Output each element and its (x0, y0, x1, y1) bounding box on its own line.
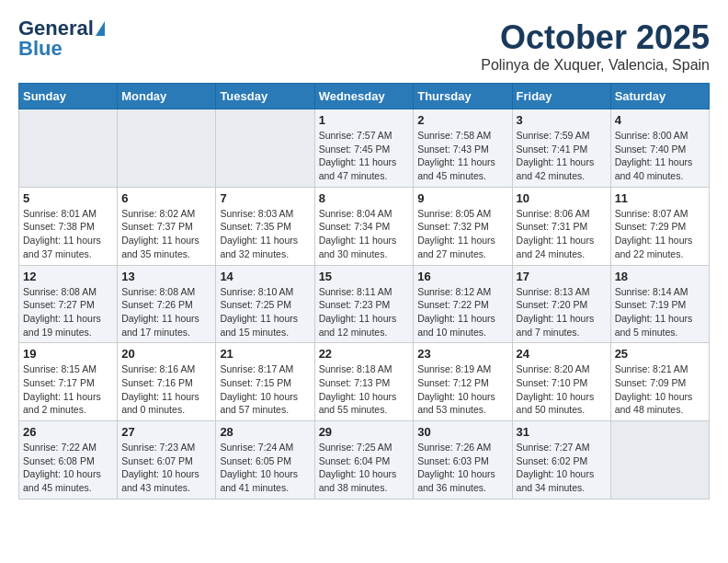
day-info: Sunrise: 7:27 AM Sunset: 6:02 PM Dayligh… (517, 441, 607, 495)
calendar-week-row: 19Sunrise: 8:15 AM Sunset: 7:17 PM Dayli… (19, 343, 710, 421)
calendar-cell: 31Sunrise: 7:27 AM Sunset: 6:02 PM Dayli… (512, 421, 610, 500)
day-info: Sunrise: 7:22 AM Sunset: 6:08 PM Dayligh… (23, 441, 113, 495)
day-number: 29 (319, 425, 410, 439)
day-number: 26 (23, 425, 113, 439)
day-number: 19 (23, 347, 113, 361)
calendar-cell: 15Sunrise: 8:11 AM Sunset: 7:23 PM Dayli… (314, 265, 414, 343)
title-block: October 2025 Polinya de Xuquer, Valencia… (481, 18, 710, 74)
day-number: 1 (319, 113, 410, 127)
day-info: Sunrise: 8:03 AM Sunset: 7:35 PM Dayligh… (220, 207, 310, 261)
calendar-header-row: SundayMondayTuesdayWednesdayThursdayFrid… (19, 84, 710, 109)
calendar-cell: 14Sunrise: 8:10 AM Sunset: 7:25 PM Dayli… (216, 265, 314, 343)
calendar-cell: 10Sunrise: 8:06 AM Sunset: 7:31 PM Dayli… (512, 187, 610, 265)
calendar-cell: 2Sunrise: 7:58 AM Sunset: 7:43 PM Daylig… (414, 109, 512, 188)
day-info: Sunrise: 7:24 AM Sunset: 6:05 PM Dayligh… (220, 441, 310, 495)
calendar-cell: 17Sunrise: 8:13 AM Sunset: 7:20 PM Dayli… (512, 265, 610, 343)
column-header-tuesday: Tuesday (216, 84, 314, 109)
calendar-cell (610, 421, 709, 500)
calendar-cell: 11Sunrise: 8:07 AM Sunset: 7:29 PM Dayli… (610, 187, 709, 265)
day-info: Sunrise: 8:02 AM Sunset: 7:37 PM Dayligh… (121, 207, 211, 261)
day-number: 22 (319, 347, 410, 361)
day-number: 10 (517, 191, 607, 205)
day-info: Sunrise: 8:16 AM Sunset: 7:16 PM Dayligh… (121, 362, 211, 417)
day-number: 24 (517, 347, 607, 361)
day-number: 21 (220, 347, 310, 361)
column-header-sunday: Sunday (19, 84, 118, 109)
calendar-cell: 18Sunrise: 8:14 AM Sunset: 7:19 PM Dayli… (610, 265, 709, 343)
day-number: 5 (23, 191, 113, 205)
calendar-cell (19, 109, 118, 188)
day-number: 23 (417, 347, 507, 361)
calendar-cell: 9Sunrise: 8:05 AM Sunset: 7:32 PM Daylig… (414, 187, 512, 265)
day-info: Sunrise: 7:58 AM Sunset: 7:43 PM Dayligh… (417, 129, 507, 183)
logo-general: General (18, 18, 94, 39)
calendar-cell: 27Sunrise: 7:23 AM Sunset: 6:07 PM Dayli… (118, 421, 216, 500)
calendar-cell: 13Sunrise: 8:08 AM Sunset: 7:26 PM Dayli… (118, 265, 216, 343)
column-header-saturday: Saturday (610, 84, 709, 109)
calendar-cell: 1Sunrise: 7:57 AM Sunset: 7:45 PM Daylig… (314, 109, 414, 188)
calendar-cell: 7Sunrise: 8:03 AM Sunset: 7:35 PM Daylig… (216, 187, 314, 265)
day-info: Sunrise: 8:08 AM Sunset: 7:26 PM Dayligh… (121, 285, 211, 339)
day-number: 2 (417, 113, 507, 127)
day-info: Sunrise: 8:12 AM Sunset: 7:22 PM Dayligh… (417, 285, 507, 339)
month-title: October 2025 (481, 18, 710, 57)
calendar-cell: 8Sunrise: 8:04 AM Sunset: 7:34 PM Daylig… (314, 187, 414, 265)
day-info: Sunrise: 8:08 AM Sunset: 7:27 PM Dayligh… (23, 285, 113, 339)
day-number: 9 (417, 191, 507, 205)
calendar-cell: 22Sunrise: 8:18 AM Sunset: 7:13 PM Dayli… (314, 343, 414, 421)
day-number: 11 (615, 191, 705, 205)
day-number: 3 (517, 113, 607, 127)
day-info: Sunrise: 8:17 AM Sunset: 7:15 PM Dayligh… (220, 362, 310, 417)
logo-triangle-icon (96, 21, 105, 36)
calendar-cell: 23Sunrise: 8:19 AM Sunset: 7:12 PM Dayli… (414, 343, 512, 421)
calendar-cell: 5Sunrise: 8:01 AM Sunset: 7:38 PM Daylig… (19, 187, 118, 265)
day-number: 25 (615, 347, 705, 361)
day-number: 15 (319, 270, 410, 283)
location-subtitle: Polinya de Xuquer, Valencia, Spain (481, 57, 710, 74)
day-number: 4 (615, 113, 705, 127)
day-info: Sunrise: 7:59 AM Sunset: 7:41 PM Dayligh… (517, 129, 607, 183)
calendar-cell: 30Sunrise: 7:26 AM Sunset: 6:03 PM Dayli… (414, 421, 512, 500)
calendar-cell: 25Sunrise: 8:21 AM Sunset: 7:09 PM Dayli… (610, 343, 709, 421)
day-info: Sunrise: 7:25 AM Sunset: 6:04 PM Dayligh… (319, 441, 410, 495)
day-number: 31 (517, 425, 607, 439)
day-number: 20 (121, 347, 211, 361)
day-info: Sunrise: 8:05 AM Sunset: 7:32 PM Dayligh… (417, 207, 507, 261)
day-info: Sunrise: 8:10 AM Sunset: 7:25 PM Dayligh… (220, 285, 310, 339)
day-number: 14 (220, 270, 310, 283)
day-info: Sunrise: 8:19 AM Sunset: 7:12 PM Dayligh… (417, 362, 507, 417)
calendar-cell: 29Sunrise: 7:25 AM Sunset: 6:04 PM Dayli… (314, 421, 414, 500)
calendar-cell: 28Sunrise: 7:24 AM Sunset: 6:05 PM Dayli… (216, 421, 314, 500)
day-number: 27 (121, 425, 211, 439)
calendar-cell: 3Sunrise: 7:59 AM Sunset: 7:41 PM Daylig… (512, 109, 610, 188)
calendar-cell: 6Sunrise: 8:02 AM Sunset: 7:37 PM Daylig… (118, 187, 216, 265)
column-header-wednesday: Wednesday (314, 84, 414, 109)
calendar-cell (118, 109, 216, 188)
calendar-week-row: 1Sunrise: 7:57 AM Sunset: 7:45 PM Daylig… (19, 109, 710, 188)
calendar-cell: 12Sunrise: 8:08 AM Sunset: 7:27 PM Dayli… (19, 265, 118, 343)
calendar-table: SundayMondayTuesdayWednesdayThursdayFrid… (18, 83, 710, 500)
calendar-cell: 4Sunrise: 8:00 AM Sunset: 7:40 PM Daylig… (610, 109, 709, 188)
day-info: Sunrise: 8:01 AM Sunset: 7:38 PM Dayligh… (23, 207, 113, 261)
calendar-cell: 16Sunrise: 8:12 AM Sunset: 7:22 PM Dayli… (414, 265, 512, 343)
day-info: Sunrise: 8:00 AM Sunset: 7:40 PM Dayligh… (615, 129, 705, 183)
day-number: 7 (220, 191, 310, 205)
day-info: Sunrise: 8:15 AM Sunset: 7:17 PM Dayligh… (23, 362, 113, 417)
column-header-monday: Monday (118, 84, 216, 109)
calendar-cell: 20Sunrise: 8:16 AM Sunset: 7:16 PM Dayli… (118, 343, 216, 421)
calendar-week-row: 5Sunrise: 8:01 AM Sunset: 7:38 PM Daylig… (19, 187, 710, 265)
day-number: 16 (417, 270, 507, 283)
day-info: Sunrise: 8:06 AM Sunset: 7:31 PM Dayligh… (517, 207, 607, 261)
logo-blue: Blue (18, 39, 63, 59)
calendar-cell: 19Sunrise: 8:15 AM Sunset: 7:17 PM Dayli… (19, 343, 118, 421)
day-number: 17 (517, 270, 607, 283)
calendar-cell: 26Sunrise: 7:22 AM Sunset: 6:08 PM Dayli… (19, 421, 118, 500)
day-info: Sunrise: 8:21 AM Sunset: 7:09 PM Dayligh… (615, 362, 705, 417)
day-number: 13 (121, 270, 211, 283)
calendar-week-row: 12Sunrise: 8:08 AM Sunset: 7:27 PM Dayli… (19, 265, 710, 343)
calendar-week-row: 26Sunrise: 7:22 AM Sunset: 6:08 PM Dayli… (19, 421, 710, 500)
logo: General Blue (18, 18, 105, 59)
calendar-cell (216, 109, 314, 188)
day-number: 30 (417, 425, 507, 439)
day-number: 12 (23, 270, 113, 283)
